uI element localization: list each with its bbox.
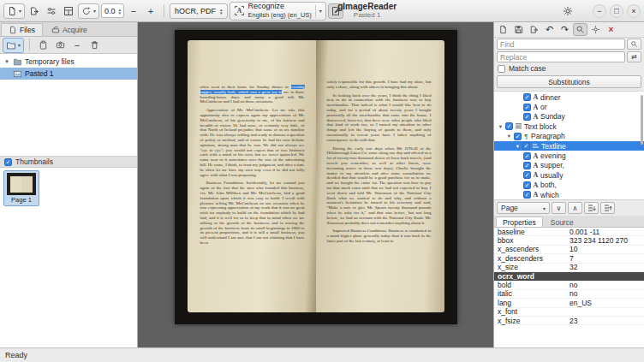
word-checkbox[interactable]: ✓ [523,181,531,189]
navigate-next-button[interactable]: ∨ [552,202,566,214]
property-row[interactable]: bbox323 234 1120 270 [494,236,644,245]
word-checkbox[interactable]: ✓ [523,191,531,199]
replace-button[interactable]: ⇄ [627,51,641,62]
expander-icon[interactable]: ▾ [506,133,512,139]
paste-button[interactable] [35,38,51,53]
redo-button[interactable]: ↷ [558,23,572,36]
tree-item-word[interactable]: ✓Ausually [494,170,644,180]
property-group-row[interactable]: ocrx_word [494,272,644,281]
word-checkbox[interactable]: ✓ [523,171,531,179]
minimize-button[interactable]: − [593,4,606,18]
collapse-all-button[interactable] [600,202,615,214]
tree-item-word[interactable]: ✓Aboth, [494,181,644,190]
zoom-out-button[interactable]: − [126,3,141,19]
tab-properties[interactable]: Properties [496,217,543,227]
tree-item-block[interactable]: ▾✓ Text block [494,122,644,131]
tree-item-word[interactable]: ✓Aor [494,102,644,111]
expander-icon[interactable]: ▾ [3,58,10,65]
tab-acquire[interactable]: Acquire [44,23,95,36]
zoom-in-button[interactable]: + [143,3,158,19]
ocr-mode-select[interactable]: hOCR, PDF ▴▾ [170,3,228,19]
tree-item-word[interactable]: ✓Asupper, [494,161,644,170]
word-checkbox[interactable]: ✓ [523,113,531,121]
tree-item-word[interactable]: ✓ASunday [494,112,644,122]
tree-scrollbar[interactable] [641,95,643,145]
clear-output-button[interactable]: × [604,23,618,36]
find-next-button[interactable] [627,39,641,50]
image-controls-button[interactable] [44,3,59,19]
rotation-angle-spinbox[interactable]: 0.0 ▴▾ [101,3,124,18]
thumbnails-header[interactable]: ✓ Thumbnails [0,157,137,168]
thumbnail-page-1[interactable]: Page 1 [3,170,39,206]
tree-item-word[interactable]: ✓Awhich [494,190,644,199]
expander-icon[interactable]: ▾ [515,143,521,150]
open-hocr-button[interactable] [496,23,510,36]
property-row[interactable]: baseline0.001 -11 [494,228,644,236]
output-pane-toggle[interactable] [328,3,343,19]
property-row[interactable]: x_size32 [494,264,644,272]
pasted-file-row[interactable]: Pasted 1 [0,68,137,80]
match-case-row: Match case [494,63,644,74]
image-canvas[interactable]: often went to their home for Sunday dinn… [138,22,493,347]
navigate-previous-button[interactable]: ∧ [568,202,582,214]
replace-input[interactable] [497,51,625,62]
spinner-arrows-icon[interactable]: ▴▾ [119,8,122,15]
recognize-button[interactable]: A Recognize English (eng) (en_US) ▾ [230,2,326,21]
property-row[interactable]: x_ascenders10 [494,246,644,254]
recognize-menu-arrow[interactable]: ▾ [315,5,322,17]
tree-item-label: Textline [541,142,566,151]
files-toolbar: ▾ − [0,37,137,54]
trash-icon [90,40,99,50]
property-row[interactable]: x_fsize23 [494,317,644,325]
textline-checkbox[interactable]: ✓ [522,142,530,150]
tab-files[interactable]: Files [1,23,43,36]
scanned-book-image[interactable]: often went to their home for Sunday dinn… [175,30,457,324]
save-hocr-button[interactable] [511,23,526,36]
property-row[interactable]: italicno [494,290,644,299]
output-settings-button[interactable] [588,23,603,36]
files-icon [9,26,17,34]
tree-item-label: Text block [524,122,557,131]
close-button[interactable]: × [627,4,641,18]
tree-item-paragraph[interactable]: ▾✓ ¶ Paragraph [494,132,644,141]
paragraph-checkbox[interactable]: ✓ [514,133,522,140]
page-selector[interactable]: Page ▾ [497,202,550,214]
rotate-button[interactable]: ▾ [78,3,99,19]
word-checkbox[interactable]: ✓ [523,104,531,111]
expander-icon[interactable]: ▾ [498,123,504,130]
tree-item-textline[interactable]: ▾✓ Textline [494,141,644,151]
remove-file-button[interactable]: − [69,38,85,53]
tree-item-word[interactable]: ✓Aevening [494,151,644,160]
scanner-icon [51,26,60,34]
open-button[interactable]: ▾ [3,3,25,19]
open-files-button[interactable]: ▾ [3,38,24,53]
block-checkbox[interactable]: ✓ [505,122,513,130]
app-menu-button[interactable] [560,3,575,19]
find-input[interactable] [497,39,625,50]
maximize-button[interactable]: □ [610,4,623,18]
thumbnails-checkbox[interactable]: ✓ [4,158,12,166]
word-checkbox[interactable]: ✓ [523,162,531,169]
output-panel: ↶ ↷ × ⇄ Matc [493,22,644,347]
expand-all-button[interactable] [584,202,599,214]
word-checkbox[interactable]: ✓ [523,93,531,101]
export-button[interactable] [27,3,42,19]
find-replace-toggle[interactable] [573,23,587,36]
property-row[interactable]: langen_US [494,299,644,307]
screenshot-button[interactable] [52,38,68,53]
substitutions-button[interactable]: Substitutions [497,75,641,88]
tree-item-word[interactable]: ✓Adinner [494,92,644,102]
property-row[interactable]: x_font [494,308,644,317]
temporary-files-row[interactable]: ▾ Temporary files [0,56,137,68]
tab-source[interactable]: Source [544,217,581,227]
property-row[interactable]: x_descenders7 [494,254,644,263]
undo-button[interactable]: ↶ [542,23,557,36]
properties-tabs: Properties Source [494,216,644,228]
delete-file-button[interactable] [86,38,102,53]
detect-layout-button[interactable] [61,3,76,19]
word-checkbox[interactable]: ✓ [523,152,531,160]
match-case-checkbox[interactable] [498,65,505,73]
search-icon [630,40,638,48]
property-row[interactable]: boldno [494,281,644,289]
export-output-button[interactable] [527,23,541,36]
